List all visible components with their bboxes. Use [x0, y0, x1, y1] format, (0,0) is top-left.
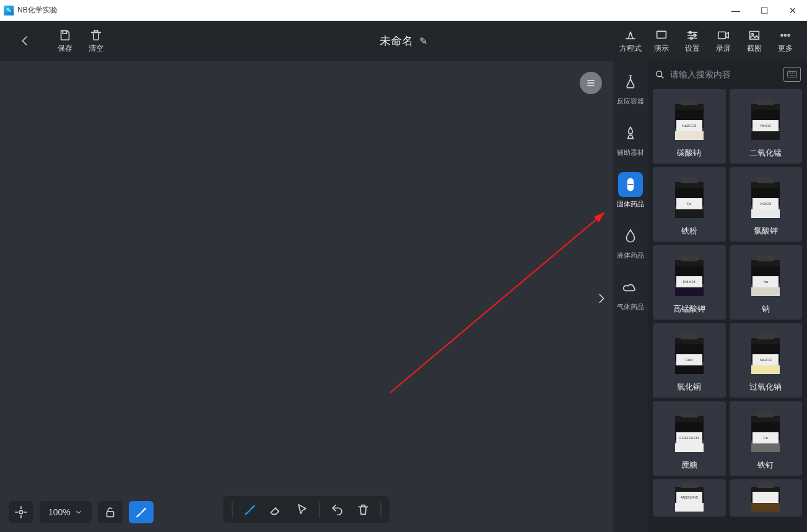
material-card[interactable] — [730, 479, 803, 517]
bottle-formula-label: CuO — [676, 354, 702, 365]
bottle-powder — [751, 287, 780, 296]
search-icon — [654, 69, 665, 80]
locate-button[interactable] — [9, 501, 33, 523]
material-card[interactable]: C12H22O11蔗糖 — [653, 401, 726, 476]
clear-button[interactable]: 清空 — [81, 21, 111, 61]
separator — [232, 502, 233, 518]
draw-toolbar — [224, 496, 390, 523]
lock-button[interactable] — [98, 501, 123, 523]
bottle-formula-label: KMnO4 — [676, 276, 702, 287]
equation-button[interactable]: 方程式 — [615, 28, 646, 54]
material-card[interactable]: KClO3氯酸钾 — [730, 167, 803, 242]
clear-label: 清空 — [89, 43, 103, 54]
material-card[interactable]: Fe铁钉 — [730, 401, 803, 476]
bottle-icon: Al2(SO4)3 — [675, 487, 704, 512]
material-name: 钠 — [762, 303, 770, 315]
category-liquid[interactable]: 液体药品 — [616, 219, 645, 264]
bottle-icon: C12H22O11 — [675, 416, 704, 452]
close-button[interactable]: ✕ — [779, 0, 807, 21]
bottle-formula-label: Fe — [752, 432, 779, 443]
bottle-powder — [675, 503, 704, 512]
svg-rect-16 — [788, 71, 797, 77]
material-name: 碳酸钠 — [677, 147, 701, 159]
keyboard-button[interactable] — [783, 67, 801, 82]
pointer-icon — [295, 503, 309, 517]
back-button[interactable] — [0, 21, 50, 61]
maximize-button[interactable]: ☐ — [750, 0, 779, 21]
search-input[interactable] — [670, 69, 779, 79]
document-title[interactable]: 未命名 ✎ — [380, 33, 427, 48]
material-card[interactable]: Na2O2过氧化钠 — [730, 323, 803, 398]
present-button[interactable]: 演示 — [646, 28, 677, 54]
svg-rect-5 — [750, 31, 759, 39]
bottle-formula-label: C12H22O11 — [676, 432, 702, 443]
material-card[interactable]: Al2(SO4)3 — [653, 479, 726, 517]
pointer-tool[interactable] — [291, 499, 313, 521]
bottle-powder — [751, 443, 780, 452]
brush-icon — [134, 505, 148, 519]
bottle-formula-label: Al2(SO4)3 — [676, 492, 702, 503]
material-card[interactable]: Fe铁粉 — [653, 167, 726, 242]
save-button[interactable]: 保存 — [50, 21, 81, 61]
svg-rect-4 — [718, 32, 726, 38]
bottle-formula-label: MnO2 — [752, 120, 779, 131]
edit-title-icon[interactable]: ✎ — [419, 35, 427, 47]
delete-button[interactable] — [352, 499, 375, 521]
workspace: 100% — [0, 61, 807, 532]
screenshot-button[interactable]: 截图 — [739, 28, 770, 54]
bottle-icon: KMnO4 — [675, 260, 704, 296]
material-card[interactable]: Na2CO3碳酸钠 — [653, 89, 726, 164]
settings-button[interactable]: 设置 — [677, 28, 708, 54]
svg-point-20 — [794, 73, 795, 74]
window-titlebar: ✎ NB化学实验 ― ☐ ✕ — [0, 0, 807, 21]
category-container[interactable]: 反应容器 — [616, 64, 645, 110]
bottle-formula-label: Fe — [676, 198, 702, 209]
zoom-control[interactable]: 100% — [40, 501, 92, 523]
eraser-tool[interactable] — [265, 499, 287, 521]
category-label: 气体药品 — [617, 302, 644, 312]
svg-rect-0 — [657, 31, 666, 38]
category-aux[interactable]: 辅助器材 — [616, 116, 645, 161]
svg-point-8 — [785, 34, 787, 36]
equation-icon — [624, 28, 637, 42]
canvas[interactable]: 100% — [0, 61, 613, 532]
bottle-powder — [751, 131, 780, 140]
material-card[interactable]: Na钠 — [730, 245, 803, 320]
image-icon — [748, 28, 761, 42]
pen-tool[interactable] — [239, 499, 261, 521]
category-label: 反应容器 — [617, 97, 644, 106]
keyboard-icon — [787, 71, 797, 78]
category-column: 反应容器 辅助器材 固体药品 液体药品 气体药品 WXYZ#ABCD — [613, 61, 648, 532]
draw-toggle-button[interactable] — [129, 501, 154, 523]
category-gas[interactable]: 气体药品 — [616, 270, 645, 315]
bottle-powder — [675, 443, 704, 452]
save-icon — [58, 28, 72, 42]
material-name: 氧化铜 — [677, 382, 701, 393]
material-name: 氯酸钾 — [754, 225, 778, 237]
svg-point-6 — [752, 33, 754, 35]
bottle-icon: Na2O2 — [751, 338, 780, 374]
svg-line-10 — [390, 213, 604, 393]
svg-point-11 — [19, 510, 23, 514]
screenshot-label: 截图 — [747, 43, 762, 54]
steps-list-button[interactable] — [580, 72, 602, 94]
bottle-icon: KClO3 — [751, 182, 780, 218]
flask-icon — [622, 74, 639, 90]
collapse-panel-button[interactable] — [595, 290, 608, 310]
material-card[interactable]: CuO氧化铜 — [653, 323, 726, 398]
minimize-button[interactable]: ― — [722, 0, 750, 21]
chevron-left-icon — [18, 34, 32, 48]
materials-list: Na2CO3碳酸钠MnO2二氧化锰Fe铁粉KClO3氯酸钾KMnO4高锰酸钾Na… — [648, 61, 807, 532]
material-name: 铁钉 — [757, 460, 774, 471]
record-icon — [717, 28, 730, 42]
material-card[interactable]: MnO2二氧化锰 — [730, 89, 803, 164]
undo-button[interactable] — [326, 499, 349, 521]
bottle-powder — [675, 365, 704, 374]
material-card[interactable]: KMnO4高锰酸钾 — [653, 245, 726, 320]
svg-point-15 — [657, 71, 662, 77]
svg-point-18 — [791, 73, 792, 74]
app-title: NB化学实验 — [17, 5, 58, 15]
more-button[interactable]: 更多 — [770, 28, 801, 54]
category-solid[interactable]: 固体药品 — [616, 167, 645, 212]
record-button[interactable]: 录屏 — [708, 28, 739, 54]
